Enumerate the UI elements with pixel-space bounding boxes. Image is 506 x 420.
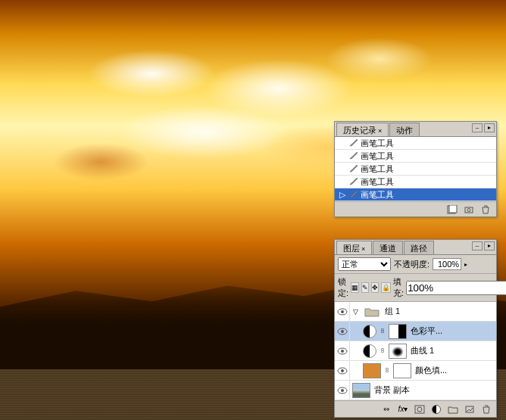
svg-point-13 bbox=[341, 389, 344, 392]
svg-point-7 bbox=[341, 330, 344, 333]
tab-history[interactable]: 历史记录× bbox=[336, 123, 389, 136]
history-tabs: 历史记录× 动作 – ▸ bbox=[335, 122, 496, 137]
brush-icon bbox=[347, 151, 361, 161]
lock-pixels-icon[interactable]: ✎ bbox=[361, 282, 369, 293]
layer-options-row: 正常 不透明度: ▸ bbox=[335, 255, 496, 274]
lock-transparency-icon[interactable]: ▦ bbox=[351, 282, 359, 293]
history-item[interactable]: 画笔工具 bbox=[335, 150, 496, 163]
history-item-label: 画笔工具 bbox=[361, 189, 394, 201]
folder-icon bbox=[363, 305, 381, 319]
history-item[interactable]: ▷画笔工具 bbox=[335, 188, 496, 201]
brush-icon bbox=[347, 163, 361, 174]
visibility-toggle-icon[interactable] bbox=[335, 302, 350, 322]
tab-paths-label: 路径 bbox=[411, 244, 427, 253]
layer-mask-thumb[interactable] bbox=[389, 344, 407, 359]
brush-icon bbox=[347, 176, 361, 187]
panel-minimize-icon[interactable]: – bbox=[472, 241, 483, 250]
layer-name-label[interactable]: 背景 副本 bbox=[373, 384, 496, 396]
group-toggle-icon[interactable]: ▽ bbox=[350, 308, 361, 316]
brush-icon bbox=[347, 189, 361, 200]
new-layer-icon[interactable] bbox=[463, 403, 476, 415]
history-item-label: 画笔工具 bbox=[361, 151, 394, 162]
fill-label: 填充: bbox=[393, 276, 404, 299]
layer-lock-row: 锁定: ▦ ✎ ✥ 🔒 填充: ▸ bbox=[335, 274, 496, 302]
link-icon: 𝟾 bbox=[379, 327, 386, 335]
tab-layers-label: 图层 bbox=[343, 244, 360, 253]
panel-menu-icon[interactable]: ▸ bbox=[484, 241, 495, 250]
layers-panel: 图层× 通道 路径 – ▸ 正常 不透明度: ▸ 锁定: ▦ ✎ ✥ 🔒 填充:… bbox=[334, 239, 497, 418]
history-footer bbox=[335, 201, 496, 216]
new-group-icon[interactable] bbox=[446, 403, 460, 415]
panel-minimize-icon[interactable]: – bbox=[472, 123, 483, 132]
svg-point-9 bbox=[341, 350, 344, 353]
link-icon: 𝟾 bbox=[383, 366, 391, 375]
link-layers-icon[interactable]: ⇔ bbox=[380, 403, 393, 415]
layer-item[interactable]: 背景 副本 bbox=[335, 381, 496, 400]
opacity-arrow-icon[interactable]: ▸ bbox=[464, 261, 472, 268]
tab-close-icon[interactable]: × bbox=[378, 127, 382, 135]
brush-icon bbox=[347, 138, 361, 148]
layer-item[interactable]: ▽组 1 bbox=[335, 302, 496, 322]
blend-mode-select[interactable]: 正常 bbox=[338, 257, 391, 271]
opacity-label: 不透明度: bbox=[394, 259, 429, 270]
history-item[interactable]: 画笔工具 bbox=[335, 137, 496, 150]
panel-menu-icon[interactable]: ▸ bbox=[484, 123, 495, 132]
layer-thumb[interactable] bbox=[352, 383, 370, 398]
layer-name-label[interactable]: 曲线 1 bbox=[409, 345, 496, 356]
lock-label: 锁定: bbox=[338, 276, 348, 299]
history-item[interactable]: 画笔工具 bbox=[335, 163, 496, 176]
lock-position-icon[interactable]: ✥ bbox=[371, 282, 379, 293]
visibility-toggle-icon[interactable] bbox=[335, 322, 350, 341]
visibility-toggle-icon[interactable] bbox=[335, 361, 350, 381]
add-mask-icon[interactable] bbox=[413, 403, 426, 415]
history-list: 画笔工具画笔工具画笔工具画笔工具▷画笔工具 bbox=[335, 137, 496, 201]
create-document-icon[interactable] bbox=[446, 204, 458, 215]
tab-history-label: 历史记录 bbox=[343, 126, 376, 135]
tab-close-icon[interactable]: × bbox=[361, 245, 365, 253]
tab-paths[interactable]: 路径 bbox=[404, 241, 434, 254]
svg-point-5 bbox=[341, 310, 344, 313]
opacity-input[interactable] bbox=[433, 258, 461, 270]
adjustment-icon bbox=[363, 325, 376, 338]
layer-item[interactable]: 𝟾颜色填... bbox=[335, 361, 496, 381]
layer-name-label[interactable]: 颜色填... bbox=[414, 365, 496, 376]
tab-layers[interactable]: 图层× bbox=[336, 241, 372, 254]
new-adjustment-icon[interactable] bbox=[429, 403, 443, 415]
lock-all-icon[interactable]: 🔒 bbox=[381, 282, 391, 293]
history-panel: 历史记录× 动作 – ▸ 画笔工具画笔工具画笔工具画笔工具▷画笔工具 bbox=[334, 121, 497, 217]
tab-actions[interactable]: 动作 bbox=[389, 123, 420, 136]
link-icon: 𝟾 bbox=[379, 347, 386, 355]
history-item[interactable]: 画笔工具 bbox=[335, 176, 496, 188]
layer-list: ▽组 1𝟾色彩平...𝟾曲线 1𝟾颜色填...背景 副本 bbox=[335, 302, 496, 400]
layer-mask-thumb[interactable] bbox=[389, 324, 407, 339]
layer-name-label[interactable]: 组 1 bbox=[383, 306, 496, 317]
svg-point-11 bbox=[341, 369, 344, 372]
fill-input[interactable] bbox=[406, 281, 506, 295]
layer-mask-thumb[interactable] bbox=[393, 363, 411, 378]
new-snapshot-icon[interactable] bbox=[463, 204, 475, 215]
svg-point-15 bbox=[417, 407, 422, 412]
layer-thumb[interactable] bbox=[363, 363, 381, 378]
layer-item[interactable]: 𝟾色彩平... bbox=[335, 322, 496, 341]
layer-fx-icon[interactable]: fx▾ bbox=[396, 403, 410, 415]
adjustment-icon bbox=[363, 344, 376, 358]
layer-item[interactable]: 𝟾曲线 1 bbox=[335, 341, 496, 361]
tab-channels-label: 通道 bbox=[380, 244, 396, 253]
layers-footer: ⇔ fx▾ bbox=[335, 400, 496, 417]
svg-point-3 bbox=[467, 208, 470, 211]
tab-channels[interactable]: 通道 bbox=[373, 241, 403, 254]
layer-name-label[interactable]: 色彩平... bbox=[409, 325, 496, 337]
history-marker: ▷ bbox=[338, 190, 347, 200]
delete-icon[interactable] bbox=[479, 204, 492, 215]
delete-layer-icon[interactable] bbox=[479, 403, 493, 415]
visibility-toggle-icon[interactable] bbox=[335, 341, 350, 361]
history-item-label: 画笔工具 bbox=[361, 163, 394, 175]
history-item-label: 画笔工具 bbox=[361, 176, 394, 188]
visibility-toggle-icon[interactable] bbox=[335, 381, 350, 400]
layers-tabs: 图层× 通道 路径 – ▸ bbox=[335, 240, 496, 255]
history-item-label: 画笔工具 bbox=[361, 138, 394, 149]
tab-actions-label: 动作 bbox=[396, 126, 413, 135]
svg-rect-1 bbox=[449, 205, 457, 213]
